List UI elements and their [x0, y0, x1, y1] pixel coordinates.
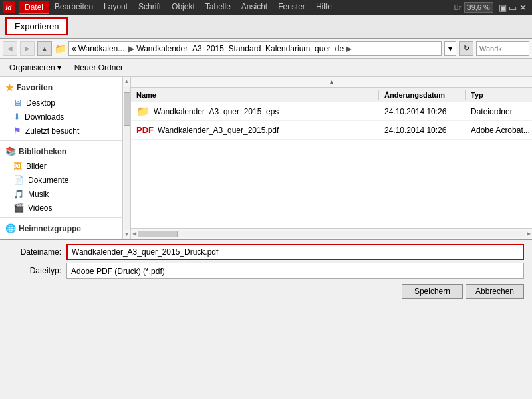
network-icon: 🌐	[5, 223, 16, 233]
organize-button[interactable]: Organisieren ▾	[5, 62, 65, 74]
sidebar: ★ Favoriten 🖥 Desktop ⬇ Downloads ⚑ Zule…	[0, 77, 123, 239]
breadcrumb-end: ▶	[346, 44, 352, 53]
scroll-up-arrow[interactable]: ▲	[124, 78, 130, 84]
save-button[interactable]: Speichern	[402, 284, 463, 299]
menu-fenster[interactable]: Fenster	[273, 1, 311, 14]
sidebar-item-downloads[interactable]: ⬇ Downloads	[0, 110, 122, 124]
menu-ansicht[interactable]: Ansicht	[236, 1, 273, 14]
filetype-display: Adobe PDF (Druck) (*.pdf)	[66, 263, 524, 279]
cancel-button[interactable]: Abbrechen	[466, 284, 524, 299]
sidebar-bilder-label: Bilder	[26, 162, 47, 171]
recent-icon: ⚑	[13, 126, 21, 136]
sidebar-dokumente-label: Dokumente	[28, 176, 68, 185]
sidebar-item-dokumente[interactable]: 📄 Dokumente	[0, 173, 122, 187]
favorites-header: ★ Favoriten	[0, 80, 122, 96]
sidebar-item-musik[interactable]: 🎵 Musik	[0, 187, 122, 201]
sidebar-downloads-label: Downloads	[25, 112, 64, 122]
sort-up-arrow[interactable]: ▲	[329, 78, 335, 86]
menu-schrift[interactable]: Schrift	[133, 1, 166, 14]
favorites-label: Favoriten	[17, 83, 53, 92]
star-icon: ★	[5, 82, 14, 93]
sidebar-item-bilder[interactable]: 🖼 Bilder	[0, 159, 122, 173]
menu-tabelle[interactable]: Tabelle	[200, 1, 236, 14]
col-date-header[interactable]: Änderungsdatum	[379, 90, 466, 100]
sidebar-recent-label: Zuletzt besucht	[25, 126, 79, 136]
filename-input[interactable]	[66, 244, 524, 260]
sidebar-divider-2	[0, 217, 122, 218]
libraries-header: 📚 Bibliotheken	[0, 144, 122, 159]
musik-icon: 🎵	[13, 189, 24, 199]
file-list-header: Name Änderungsdatum Typ	[131, 88, 532, 102]
menu-objekt[interactable]: Objekt	[166, 1, 200, 14]
library-icon: 📚	[5, 146, 16, 156]
search-input[interactable]	[476, 41, 529, 56]
table-row[interactable]: PDF Wandkalender_A3_quer_2015.pdf 24.10.…	[131, 121, 532, 140]
organize-label: Organisieren	[9, 63, 55, 72]
up-button[interactable]: ▲	[37, 41, 52, 56]
forward-button[interactable]: ▶	[20, 41, 35, 56]
zoom-level: 39,6 %	[464, 2, 493, 13]
window-controls[interactable]: ▣ ▭ ✕	[496, 3, 529, 13]
sidebar-scrollbar[interactable]: ▲ ▼	[123, 77, 131, 239]
network-header: 🌐 Heimnetzgruppe	[0, 221, 122, 236]
menu-layout[interactable]: Layout	[98, 1, 133, 14]
file-date-cell-2: 24.10.2014 10:26	[379, 124, 466, 136]
sidebar-divider-1	[0, 140, 122, 141]
sort-arrow-area: ▲	[131, 77, 532, 88]
desktop-icon: 🖥	[13, 98, 22, 108]
table-row[interactable]: 📁 Wandkalender_A3_quer_2015_eps 24.10.20…	[131, 102, 532, 121]
folder-nav-icon: 📁	[55, 43, 66, 54]
file-list-container: ▲ Name Änderungsdatum Typ 📁 Wandkalender…	[131, 77, 532, 239]
col-name-header[interactable]: Name	[131, 90, 379, 100]
sidebar-musik-label: Musik	[28, 190, 49, 199]
libraries-label: Bibliotheken	[19, 147, 66, 156]
breadcrumb-separator: ▶	[128, 44, 134, 53]
pdf-file-icon-2: PDF	[136, 125, 154, 135]
folder-file-icon-1: 📁	[136, 105, 150, 118]
downloads-icon: ⬇	[13, 112, 21, 122]
h-scroll-right[interactable]: ▶	[525, 231, 532, 237]
menu-bar: Datei Bearbeiten Layout Schrift Objekt T…	[19, 1, 337, 14]
sidebar-scroll-thumb[interactable]	[124, 92, 130, 126]
filetype-label: Dateityp:	[8, 266, 61, 275]
h-scrollbar[interactable]: ◀ ▶	[131, 228, 532, 239]
h-scroll-thumb[interactable]	[138, 231, 178, 237]
refresh-button[interactable]: ↻	[459, 41, 473, 56]
form-buttons: Speichern Abbrechen	[8, 281, 524, 300]
organize-dropdown-icon: ▾	[57, 63, 61, 72]
filetype-row: Dateityp: Adobe PDF (Druck) (*.pdf)	[8, 263, 524, 279]
sidebar-item-videos[interactable]: 🎬 Videos	[0, 201, 122, 215]
file-type-cell-2: Adobe Acrobat...	[466, 124, 532, 136]
breadcrumb-part2[interactable]: Wandkalender_A3_2015_Standard_Kalendariu…	[136, 44, 344, 53]
menu-bearbeiten[interactable]: Bearbeiten	[49, 1, 98, 14]
file-rows: 📁 Wandkalender_A3_quer_2015_eps 24.10.20…	[131, 102, 532, 228]
scroll-down-arrow[interactable]: ▼	[124, 231, 130, 237]
br-label: Br	[454, 3, 462, 11]
breadcrumb-part1[interactable]: Wandkalen...	[76, 44, 127, 53]
nav-bar: ◀ ▶ ▲ 📁 « Wandkalen... ▶ Wandkalender_A3…	[0, 39, 532, 59]
breadcrumb-root: «	[72, 44, 76, 53]
file-name-1: Wandkalender_A3_quer_2015_eps	[154, 107, 279, 116]
network-label: Heimnetzgruppe	[19, 224, 81, 233]
videos-icon: 🎬	[13, 203, 24, 213]
file-name-2: Wandkalender_A3_quer_2015.pdf	[158, 126, 279, 135]
breadcrumb-bar[interactable]: « Wandkalen... ▶ Wandkalender_A3_2015_St…	[68, 41, 442, 56]
new-folder-button[interactable]: Neuer Ordner	[70, 62, 127, 74]
export-button[interactable]: Exportieren	[5, 17, 68, 35]
sidebar-videos-label: Videos	[28, 203, 52, 213]
sidebar-item-recent[interactable]: ⚑ Zuletzt besucht	[0, 124, 122, 138]
title-bar-right: Br 39,6 % ▣ ▭ ✕	[454, 2, 529, 13]
menu-datei[interactable]: Datei	[19, 1, 49, 14]
file-date-cell-1: 24.10.2014 10:26	[379, 106, 466, 118]
back-button[interactable]: ◀	[3, 41, 17, 56]
filename-label: Dateiname:	[8, 247, 61, 257]
col-type-header[interactable]: Typ	[466, 90, 532, 100]
dokumente-icon: 📄	[13, 175, 24, 185]
bottom-form: Dateiname: Dateityp: Adobe PDF (Druck) (…	[0, 239, 532, 304]
h-scroll-left[interactable]: ◀	[131, 231, 138, 237]
menu-hilfe[interactable]: Hilfe	[311, 1, 337, 14]
file-name-cell-1: 📁 Wandkalender_A3_quer_2015_eps	[131, 104, 379, 119]
filename-row: Dateiname:	[8, 244, 524, 260]
sidebar-item-desktop[interactable]: 🖥 Desktop	[0, 96, 122, 110]
breadcrumb-dropdown[interactable]: ▾	[444, 41, 456, 56]
